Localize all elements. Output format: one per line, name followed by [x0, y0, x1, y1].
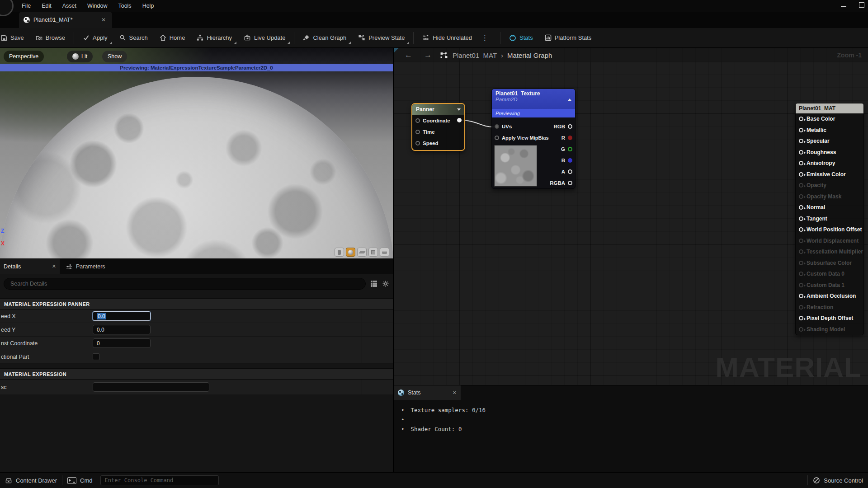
g-output-row[interactable]: G — [550, 143, 572, 155]
material-input-pin-row[interactable]: Anisotropy — [796, 158, 863, 169]
custom-mesh-button[interactable] — [380, 248, 389, 257]
material-input-pin-icon[interactable] — [799, 205, 803, 210]
cmd-button[interactable]: Cmd — [62, 473, 97, 488]
material-input-pin-icon[interactable] — [799, 294, 803, 298]
minimize-icon[interactable] — [841, 2, 847, 8]
preview-state-button[interactable]: Preview State — [352, 28, 410, 47]
panner-input-pin-row[interactable]: Speed — [412, 137, 464, 149]
material-input-pin-row[interactable]: Emissive Color — [796, 169, 863, 180]
material-input-pin-icon[interactable] — [799, 172, 803, 177]
texture-node-header[interactable]: Planet01_Texture Param2D — [492, 89, 575, 109]
a-output-row[interactable]: A — [550, 166, 572, 177]
hide-unrelated-button[interactable]: Hide Unrelated — [416, 28, 478, 47]
clean-graph-button[interactable]: Clean Graph — [297, 28, 352, 47]
tab-details[interactable]: Details ✕ — [0, 259, 60, 274]
material-input-pin-row[interactable]: Subsurface Color — [796, 258, 863, 269]
panner-node-header[interactable]: Panner — [412, 104, 464, 115]
output-pin-icon[interactable] — [568, 147, 572, 151]
material-input-pin-row[interactable]: Metallic — [796, 125, 863, 136]
panner-output-pin-icon[interactable] — [457, 118, 462, 122]
details-tab-close-icon[interactable]: ✕ — [52, 263, 56, 269]
tab-parameters[interactable]: Parameters — [60, 259, 112, 274]
apply-button[interactable]: Apply — [77, 28, 113, 47]
material-input-pin-icon[interactable] — [799, 261, 803, 265]
source-control-button[interactable]: Source Control — [808, 473, 868, 488]
output-pin-icon[interactable] — [568, 169, 572, 174]
content-drawer-button[interactable]: Content Drawer — [0, 473, 62, 488]
tab-close-icon[interactable]: ✕ — [99, 17, 108, 23]
maximize-icon[interactable] — [859, 2, 864, 8]
material-input-pin-row[interactable]: Opacity Mask — [796, 191, 863, 202]
sphere-shape-button[interactable] — [346, 248, 355, 257]
output-pin-icon[interactable] — [568, 158, 572, 163]
material-input-pin-icon[interactable] — [799, 283, 803, 287]
panner-node[interactable]: Panner Coordinate Time Speed — [411, 103, 465, 151]
mipbias-input-row[interactable]: Apply View MipBias — [495, 132, 549, 143]
panner-input-pin-row[interactable]: Coordinate — [412, 115, 464, 126]
speed-x-input[interactable]: 0.0 — [93, 311, 151, 321]
material-input-pin-icon[interactable] — [799, 216, 803, 221]
material-input-pin-row[interactable]: Normal — [796, 202, 863, 213]
toolbar-overflow-icon[interactable]: ⋮ — [478, 34, 492, 42]
output-pin-icon[interactable] — [568, 181, 572, 185]
menu-item[interactable]: Asset — [57, 0, 82, 12]
panner-input-pin-row[interactable]: Time — [412, 126, 464, 137]
document-tab[interactable]: Planet01_MAT* ✕ — [19, 12, 112, 28]
rgba-output-row[interactable]: RGBA — [550, 177, 572, 188]
material-input-pin-icon[interactable] — [799, 128, 803, 132]
material-input-pin-icon[interactable] — [799, 117, 803, 121]
material-input-pin-row[interactable]: Roughness — [796, 147, 863, 158]
material-input-pin-row[interactable]: Shading Model — [796, 324, 863, 335]
stats-button[interactable]: Stats — [503, 28, 539, 47]
console-command-input[interactable] — [100, 475, 219, 485]
cylinder-shape-button[interactable] — [335, 248, 344, 257]
chevron-up-icon[interactable] — [568, 99, 571, 101]
menu-item[interactable]: Window — [82, 0, 113, 12]
stats-tab[interactable]: Stats ✕ — [394, 385, 461, 400]
result-node-header[interactable]: Planet01_MAT — [796, 103, 863, 113]
uvs-input-row[interactable]: UVs — [495, 121, 549, 132]
material-input-pin-icon[interactable] — [799, 249, 803, 254]
stats-close-icon[interactable]: ✕ — [453, 390, 457, 396]
input-pin-icon[interactable] — [495, 124, 499, 129]
material-input-pin-row[interactable]: Specular — [796, 136, 863, 147]
material-input-pin-icon[interactable] — [799, 183, 803, 188]
menu-item[interactable]: Edit — [36, 0, 57, 12]
fractional-part-checkbox[interactable] — [93, 353, 99, 360]
menu-item[interactable]: Help — [137, 0, 160, 12]
section-material-expression-panner[interactable]: MATERIAL EXPRESSION PANNER — [0, 298, 393, 310]
material-result-node[interactable]: Planet01_MAT Base Color Metallic Specula… — [795, 103, 864, 335]
material-input-pin-icon[interactable] — [799, 194, 803, 199]
grid-view-icon[interactable] — [370, 280, 377, 287]
material-preview-viewport[interactable]: Perspective Lit Show Previewing: Materia… — [0, 48, 393, 258]
const-coordinate-input[interactable]: 0 — [93, 338, 151, 348]
texture-sample-node[interactable]: Planet01_Texture Param2D Previewing UVs … — [491, 89, 576, 189]
gear-icon[interactable] — [382, 280, 389, 287]
b-output-row[interactable]: B — [550, 155, 572, 166]
lit-mode-menu[interactable]: Lit — [67, 51, 93, 62]
plane-shape-button[interactable] — [357, 248, 367, 257]
material-input-pin-icon[interactable] — [799, 139, 803, 143]
save-button[interactable]: Save — [0, 28, 30, 47]
output-pin-icon[interactable] — [568, 124, 572, 129]
input-pin-icon[interactable] — [495, 136, 499, 140]
rgb-output-row[interactable]: RGB — [550, 121, 572, 132]
perspective-menu[interactable]: Perspective — [4, 51, 44, 62]
material-input-pin-icon[interactable] — [799, 227, 803, 232]
material-input-pin-row[interactable]: Base Color — [796, 113, 863, 125]
output-pin-icon[interactable] — [568, 136, 572, 140]
search-details-input[interactable] — [4, 278, 366, 290]
material-input-pin-row[interactable]: Tessellation Multiplier — [796, 246, 863, 258]
material-input-pin-row[interactable]: Custom Data 1 — [796, 280, 863, 291]
material-input-pin-icon[interactable] — [799, 272, 803, 276]
home-button[interactable]: Home — [154, 28, 191, 47]
section-material-expression[interactable]: MATERIAL EXPRESSION — [0, 368, 393, 380]
material-input-pin-row[interactable]: Tangent — [796, 213, 863, 225]
material-input-pin-row[interactable]: World Displacement — [796, 235, 863, 247]
material-input-pin-row[interactable]: Opacity — [796, 180, 863, 191]
cube-shape-button[interactable] — [368, 248, 378, 257]
input-pin-icon[interactable] — [415, 118, 420, 123]
material-input-pin-icon[interactable] — [799, 305, 803, 310]
r-output-row[interactable]: R — [550, 132, 572, 143]
speed-y-input[interactable]: 0.0 — [93, 325, 151, 334]
